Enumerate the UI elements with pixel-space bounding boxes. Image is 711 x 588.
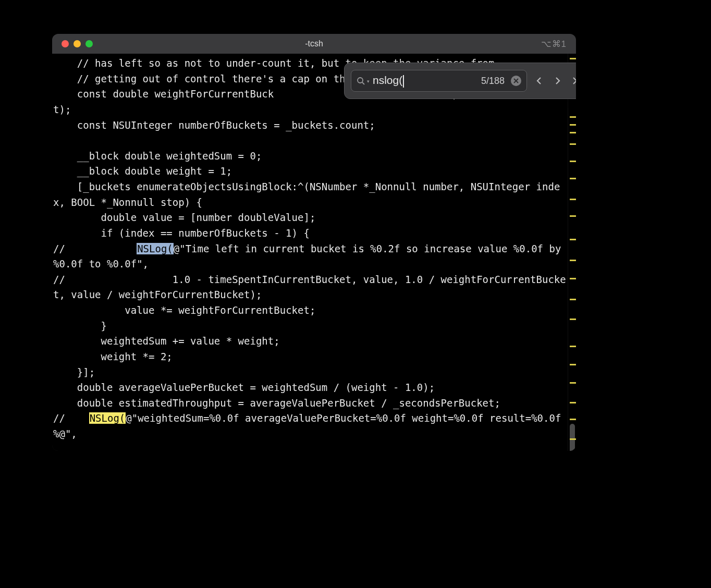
search-query-text: nslog( [373, 74, 402, 86]
minimap-match-mark [570, 124, 576, 126]
minimap-match-mark [570, 132, 576, 133]
code-line: double averageValuePerBucket = weightedS… [53, 382, 435, 393]
terminal-window: -tcsh ⌥⌘1 // has left so as not to under… [52, 34, 576, 451]
code-line: } [53, 320, 107, 332]
svg-line-1 [362, 82, 364, 84]
code-line: }]; [53, 366, 95, 378]
search-icon [357, 77, 365, 85]
minimap-match-mark [570, 278, 576, 279]
minimap-match-mark [570, 364, 576, 365]
minimap-match-mark [570, 260, 576, 261]
svg-point-0 [358, 78, 363, 83]
search-filter-button[interactable]: ▾ nslog( 5/188 [351, 70, 527, 92]
search-input[interactable]: nslog( [373, 74, 404, 87]
code-line: [_buckets enumerateObjectsUsingBlock:^(N… [53, 181, 560, 208]
minimap-match-mark [570, 419, 576, 420]
code-line: @"weightedSum=%0.0f averageValuePerBucke… [53, 412, 567, 439]
code-line: weightedSum += value * weight; [53, 335, 280, 347]
minimap[interactable] [568, 54, 576, 451]
search-result-count: 5/188 [481, 76, 505, 87]
minimap-match-mark [570, 116, 576, 118]
minimap-match-mark [570, 215, 576, 217]
find-previous-button[interactable] [532, 70, 546, 91]
find-next-button[interactable] [551, 70, 565, 91]
close-window-button[interactable] [62, 40, 69, 47]
code-line: // [53, 243, 137, 254]
find-bar: ▾ nslog( 5/188 [344, 63, 576, 99]
code-line: const double weightForCurrentBuck [53, 88, 274, 100]
code-line: __block double weightedSum = 0; [53, 150, 262, 162]
code-line: // 1.0 - timeSpentInCurrentBucket, value… [53, 274, 566, 301]
search-match: NSLog( [89, 412, 126, 424]
titlebar[interactable]: -tcsh ⌥⌘1 [52, 34, 576, 54]
minimap-match-mark [570, 239, 576, 240]
minimap-match-mark [570, 58, 576, 59]
minimap-match-mark [570, 318, 576, 320]
search-match-current: NSLog( [137, 243, 174, 254]
minimap-match-mark [570, 402, 576, 403]
code-line: // [53, 412, 89, 424]
minimap-match-mark [570, 199, 576, 200]
minimap-match-mark [570, 161, 576, 162]
traffic-lights [62, 40, 93, 47]
terminal-content: // has left so as not to under-count it,… [52, 54, 576, 451]
code-line: double value = [number doubleValue]; [53, 212, 315, 223]
code-line: weight *= 2; [53, 351, 173, 362]
text-cursor [403, 75, 404, 88]
window-shortcut: ⌥⌘1 [541, 39, 567, 50]
code-line: if (index == numberOfBuckets - 1) { [53, 227, 310, 239]
minimap-match-mark [570, 178, 576, 179]
minimap-match-mark [570, 143, 576, 145]
clear-search-button[interactable] [511, 76, 521, 86]
close-find-button[interactable] [570, 70, 576, 91]
minimize-window-button[interactable] [73, 40, 81, 47]
minimap-match-mark [570, 346, 576, 347]
zoom-window-button[interactable] [85, 40, 93, 47]
window-title: -tcsh [52, 39, 576, 48]
chevron-down-icon: ▾ [367, 79, 370, 84]
scroll-thumb[interactable] [570, 424, 575, 451]
code-line: value *= weightForCurrentBucket; [53, 304, 315, 316]
code-line: const NSUInteger numberOfBuckets = _buck… [53, 119, 375, 131]
code-line: __block double weight = 1; [53, 165, 232, 177]
code-area[interactable]: // has left so as not to under-count it,… [52, 54, 568, 451]
code-line: double estimatedThroughput = averageValu… [53, 397, 500, 409]
minimap-match-mark [570, 299, 576, 300]
minimap-match-mark [570, 382, 576, 384]
minimap-match-mark [570, 438, 576, 440]
